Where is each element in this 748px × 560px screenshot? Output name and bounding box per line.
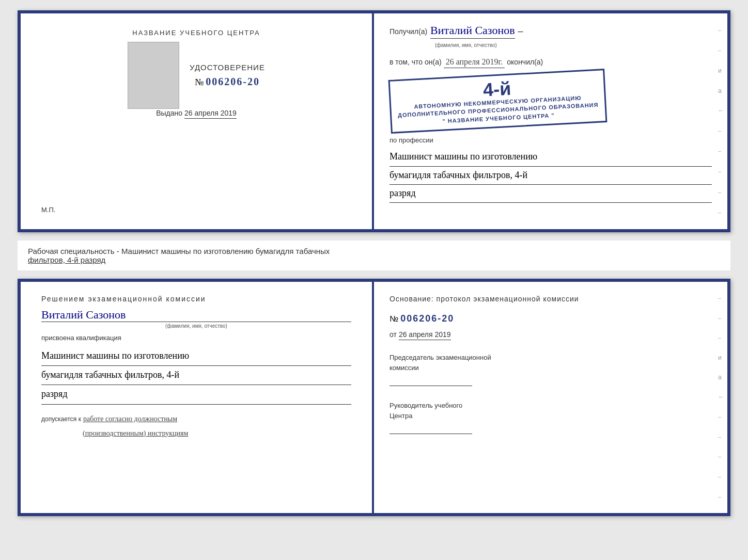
predsedatel-label: Председатель экзаменационной комиссии — [389, 353, 712, 373]
po-professii-label: по профессии — [389, 136, 712, 144]
stamp-container: 4-й АВТОНОМНУЮ НЕКОММЕРЧЕСКУЮ ОРГАНИЗАЦИ… — [389, 74, 712, 128]
dopuskaetsya-row: допускается к работе согласно должностны… — [41, 415, 351, 423]
specialty-text2: фильтров, 4-й разряд — [28, 255, 105, 264]
qual-line2: бумагидля табачных фильтров, 4-й — [41, 366, 351, 385]
poluchil-row: Получил(а) Виталий Сазонов – — [389, 24, 712, 39]
cert-top-left: НАЗВАНИЕ УЧЕБНОГО ЦЕНТРА УДОСТОВЕРЕНИЕ №… — [21, 13, 374, 229]
vydano-date: 26 апреля 2019 — [184, 109, 237, 119]
side-dashes-top: – – и а ← – – – – – — [718, 13, 724, 229]
name-bottom-container: Виталий Сазонов (фамилия, имя, отчество) — [41, 308, 351, 329]
recipient-name-top: Виталий Сазонов — [430, 24, 515, 39]
dopuskaetsya-text1: работе согласно должностным — [83, 415, 177, 423]
udostoverenie-label: УДОСТОВЕРЕНИЕ — [190, 63, 265, 72]
certificate-top: НАЗВАНИЕ УЧЕБНОГО ЦЕНТРА УДОСТОВЕРЕНИЕ №… — [18, 10, 730, 232]
vtom-row: в том, что он(а) 26 апреля 2019г. окончи… — [389, 57, 712, 68]
cert-number: 006206-20 — [206, 76, 260, 88]
training-center-label-top: НАЗВАНИЕ УЧЕБНОГО ЦЕНТРА — [132, 29, 260, 37]
qual-line3: разряд — [41, 385, 351, 404]
poluchil-prefix: Получил(а) — [389, 27, 427, 36]
cert-issued-row: Выдано 26 апреля 2019 — [156, 109, 237, 119]
dash1: – — [518, 26, 523, 37]
prisvoena-label: присвоена квалификация — [41, 334, 351, 342]
profession-line2: бумагидля табачных фильтров, 4-й — [389, 167, 712, 185]
name-hint-top: (фамилия, имя, отчество) — [435, 42, 497, 48]
predsedatel-signature-line — [389, 376, 472, 386]
specialty-text1: Рабочая специальность - Машинист машины … — [28, 247, 330, 255]
cert-number-section: УДОСТОВЕРЕНИЕ № 006206-20 — [190, 63, 265, 88]
qualification-text: Машинист машины по изготовлению бумагидл… — [41, 347, 351, 405]
resheniem-label: Решением экзаменационной комиссии — [41, 295, 351, 303]
working-specialty-line1: Рабочая специальность - Машинист машины … — [28, 247, 720, 255]
predsedatel-section: Председатель экзаменационной комиссии — [389, 353, 712, 386]
profession-line3: разряд — [389, 185, 712, 203]
working-specialty-line2: фильтров, 4-й разряд — [28, 255, 720, 264]
okonchil-suffix: окончил(а) — [507, 58, 543, 66]
mp-label: М.П. — [41, 206, 55, 214]
stamp-box: 4-й АВТОНОМНУЮ НЕКОММЕРЧЕСКУЮ ОРГАНИЗАЦИ… — [388, 69, 607, 134]
certificate-bottom: Решением экзаменационной комиссии Витали… — [18, 279, 730, 516]
profession-text: Машинист машины по изготовлению бумагидл… — [389, 148, 712, 203]
dopuskaetsya-prefix: допускается к — [41, 415, 81, 423]
side-dashes-bottom: – – – и а ← – – – – – — [718, 282, 724, 513]
cert-middle-section: УДОСТОВЕРЕНИЕ № 006206-20 — [128, 42, 265, 109]
fio-hint-bottom: (фамилия, имя, отчество) — [41, 322, 351, 329]
rukovoditel-signature-line — [389, 424, 472, 434]
ot-row: от 26 апреля 2019 — [389, 330, 712, 340]
protocol-number-row: № 006206-20 — [389, 313, 712, 324]
recipient-name-bottom: Виталий Сазонов — [41, 308, 351, 322]
cert-bottom-right: – – – и а ← – – – – – Основание: протоко… — [374, 282, 727, 513]
middle-text-section: Рабочая специальность - Машинист машины … — [18, 241, 730, 270]
profession-line1: Машинист машины по изготовлению — [389, 148, 712, 166]
cert-top-right: – – и а ← – – – – – Получил(а) Виталий С… — [374, 13, 727, 229]
vydano-label: Выдано — [156, 109, 182, 117]
osnovanie-label: Основание: протокол экзаменационной коми… — [389, 295, 712, 303]
cert-bottom-left: Решением экзаменационной комиссии Витали… — [21, 282, 374, 513]
ot-prefix: от — [389, 330, 397, 339]
rukovoditel-section: Руководитель учебного Центра — [389, 392, 712, 434]
qual-line1: Машинист машины по изготовлению — [41, 347, 351, 366]
number-prefix-bottom: № — [389, 314, 398, 324]
rukovoditel-label: Руководитель учебного Центра — [389, 401, 712, 421]
cert-number-prefix: № — [195, 77, 204, 88]
vtom-prefix: в том, что он(а) — [389, 58, 442, 66]
cert-photo — [128, 42, 179, 109]
protocol-number: 006206-20 — [400, 313, 454, 324]
completion-date: 26 апреля 2019г. — [444, 57, 505, 68]
dopuskaetsya-text2: (производственным) инструкциям — [83, 429, 188, 437]
ot-date: 26 апреля 2019 — [399, 330, 451, 340]
